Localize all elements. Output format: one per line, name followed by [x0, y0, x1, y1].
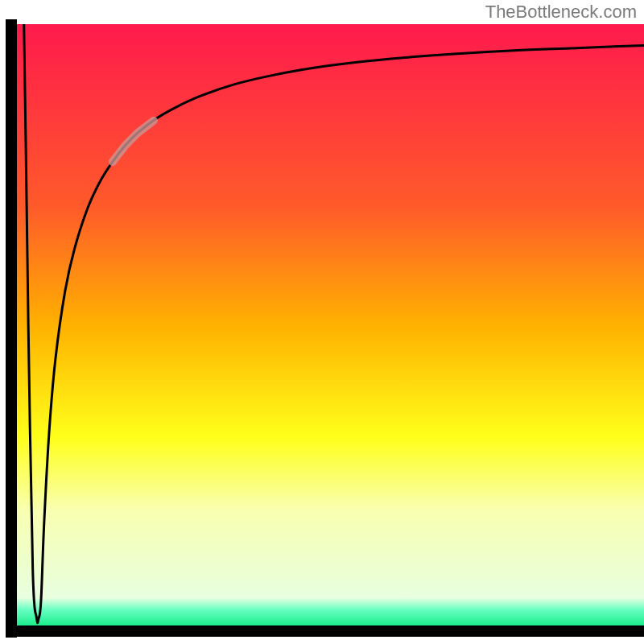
attribution-text: TheBottleneck.com — [485, 2, 637, 23]
bottleneck-chart — [0, 0, 644, 644]
gradient-background — [11, 24, 644, 631]
